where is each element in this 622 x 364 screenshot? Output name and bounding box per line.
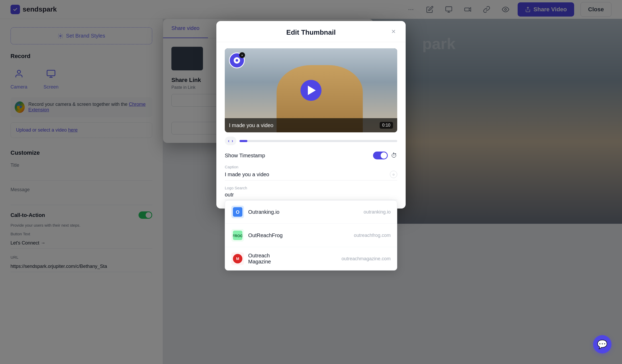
timestamp-toggle[interactable] bbox=[373, 152, 388, 159]
logo-badge-inner bbox=[234, 57, 240, 64]
outranking-name: Outranking.io bbox=[248, 209, 359, 215]
outreach-magazine-name-group: Outreach Magazine bbox=[248, 253, 337, 265]
timestamp-controls-row: Show Timestamp ⏱ bbox=[225, 152, 397, 159]
logo-badge-dot bbox=[236, 59, 238, 62]
modal-body: × I made you a video 0:10 ‹ › bbox=[216, 48, 406, 209]
caption-input[interactable] bbox=[225, 171, 390, 178]
scrubber-next-arrow[interactable]: › bbox=[232, 138, 233, 144]
play-button[interactable] bbox=[300, 80, 322, 101]
svg-text:O: O bbox=[236, 210, 239, 215]
video-preview-container: × I made you a video 0:10 bbox=[225, 48, 397, 132]
logo-dropdown-item-outreachfrog[interactable]: FROG OutReachFrog outreachfrog.com bbox=[225, 224, 397, 247]
outreach-magazine-name2: Magazine bbox=[248, 259, 337, 265]
caption-field-container: Caption ○ bbox=[225, 165, 397, 180]
caption-text: I made you a video bbox=[229, 122, 273, 128]
outreach-magazine-domain: outreachmagazine.com bbox=[341, 256, 391, 262]
caption-field-row: ○ bbox=[225, 171, 397, 180]
scrubber-track[interactable] bbox=[239, 140, 397, 142]
logo-search-input[interactable] bbox=[225, 192, 397, 200]
logo-dropdown-item-outranking[interactable]: O Outranking.io outranking.io bbox=[225, 200, 397, 224]
chat-bubble[interactable]: 💬 bbox=[593, 335, 611, 353]
caption-bar: I made you a video 0:10 bbox=[225, 118, 397, 132]
caption-field-label: Caption bbox=[225, 165, 397, 169]
outranking-logo-icon: O bbox=[231, 206, 244, 218]
logo-dropdown-item-outreach-magazine[interactable]: M Outreach Magazine outreachmagazine.com bbox=[225, 247, 397, 270]
caption-clear-button[interactable]: ○ bbox=[390, 171, 397, 178]
outreachfrog-logo-icon: FROG bbox=[231, 229, 244, 242]
outreachfrog-name: OutReachFrog bbox=[248, 232, 350, 238]
timestamp-badge: 0:10 bbox=[380, 122, 393, 129]
modal-header: Edit Thumbnail × bbox=[216, 21, 406, 42]
show-timestamp-label: Show Timestamp bbox=[225, 153, 265, 159]
logo-badge[interactable]: × bbox=[229, 53, 245, 68]
edit-thumbnail-modal: Edit Thumbnail × × bbox=[216, 21, 406, 209]
modal-title: Edit Thumbnail bbox=[286, 28, 336, 37]
outranking-domain: outranking.io bbox=[364, 209, 391, 215]
logo-search-label: Logo Search bbox=[225, 186, 397, 190]
scrubber-fill bbox=[239, 140, 247, 142]
scrubber-arrows: ‹ › bbox=[225, 137, 236, 145]
outreach-magazine-logo-icon: M bbox=[231, 252, 244, 265]
chat-bubble-icon: 💬 bbox=[597, 339, 608, 349]
controls-right: ⏱ bbox=[373, 152, 397, 159]
logo-search-container: Logo Search O Outranking.io outranking.i… bbox=[225, 186, 397, 200]
logo-search-dropdown: O Outranking.io outranking.io FROG bbox=[225, 200, 397, 271]
modal-overlay: Edit Thumbnail × × bbox=[0, 0, 622, 364]
outreachfrog-domain: outreachfrog.com bbox=[354, 233, 391, 238]
scrubber-prev-arrow[interactable]: ‹ bbox=[228, 138, 230, 144]
modal-close-button[interactable]: × bbox=[389, 27, 398, 36]
scrubber-container: ‹ › bbox=[225, 137, 397, 145]
outreach-magazine-name: Outreach bbox=[248, 253, 337, 259]
remove-logo-button[interactable]: × bbox=[239, 52, 245, 58]
svg-text:M: M bbox=[236, 257, 239, 261]
svg-text:FROG: FROG bbox=[233, 234, 242, 238]
clock-icon[interactable]: ⏱ bbox=[391, 152, 397, 159]
